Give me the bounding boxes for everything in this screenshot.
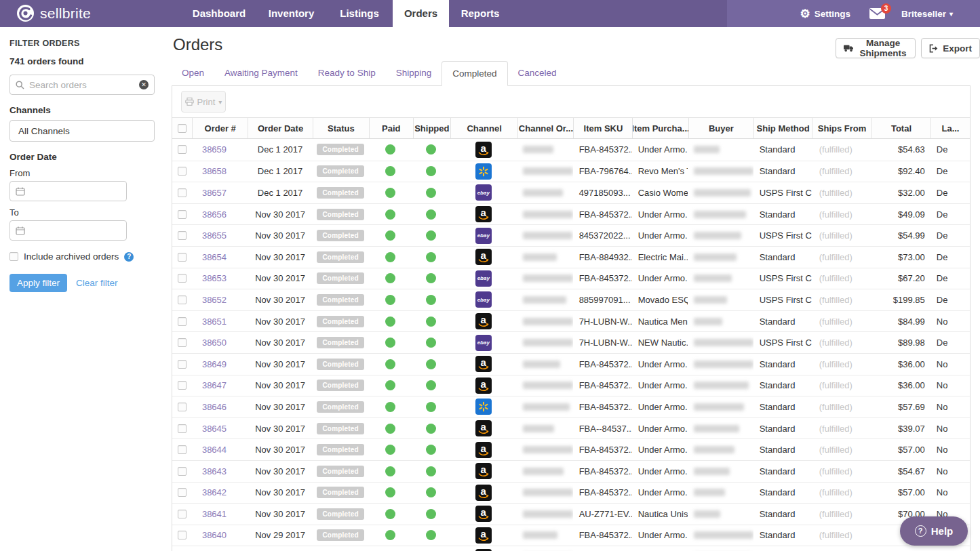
tab-shipping[interactable]: Shipping (386, 61, 442, 86)
nav-item-dashboard[interactable]: Dashboard (191, 0, 248, 27)
column-header[interactable]: Paid (369, 118, 413, 138)
order-number-link[interactable]: 38656 (202, 209, 227, 220)
table-row[interactable]: 38641Nov 30 2017CompletedaAU-Z771-EV...N… (172, 503, 970, 525)
help-button[interactable]: ? Help (900, 516, 968, 546)
order-number-link[interactable]: 38658 (202, 166, 227, 176)
help-question-icon[interactable]: ? (124, 252, 134, 262)
row-checkbox[interactable] (178, 210, 187, 219)
column-header[interactable]: Ships From (812, 118, 871, 138)
table-row[interactable]: 38659Dec 1 2017CompletedaFBA-845372...Un… (172, 139, 970, 161)
row-checkbox[interactable] (178, 167, 187, 176)
tab-open[interactable]: Open (172, 61, 214, 86)
row-checkbox[interactable] (178, 467, 187, 476)
row-checkbox[interactable] (178, 295, 187, 304)
order-number-link[interactable]: 38651 (202, 317, 227, 327)
table-row[interactable]: 38643Nov 30 2017CompletedaFBA-845372...U… (172, 460, 970, 482)
nav-item-inventory[interactable]: Inventory (265, 0, 317, 27)
search-input[interactable] (29, 80, 134, 90)
table-row[interactable]: 38645Nov 30 2017CompletedaFBA--84537...U… (172, 417, 970, 439)
order-number-link[interactable]: 38644 (202, 445, 227, 455)
column-header[interactable]: Buyer (688, 118, 754, 138)
print-button[interactable]: Print ▾ (181, 91, 226, 113)
table-row[interactable]: 38653Nov 30 2017CompletedebayFBA-845372.… (172, 268, 970, 289)
order-number-link[interactable]: 38654 (202, 252, 227, 262)
table-row[interactable]: 38658Dec 1 2017CompletedFBA-796764...Rev… (172, 161, 970, 182)
order-number-link[interactable]: 38659 (202, 144, 227, 155)
order-number-link[interactable]: 38649 (202, 359, 227, 369)
apply-filter-button[interactable]: Apply filter (9, 274, 67, 292)
tab-ready-to-ship[interactable]: Ready to Ship (308, 61, 386, 86)
tab-completed[interactable]: Completed (442, 61, 507, 86)
order-number-link[interactable]: 38647 (202, 380, 227, 390)
include-archived-checkbox[interactable] (9, 252, 18, 261)
table-row[interactable]: 38656Nov 30 2017CompletedaFBA-845372...U… (172, 203, 970, 225)
order-number-link[interactable]: 38657 (202, 188, 227, 198)
order-number-link[interactable]: 38640 (202, 530, 227, 540)
order-number-link[interactable]: 38646 (202, 402, 227, 412)
order-number-link[interactable]: 38652 (202, 295, 227, 305)
table-row[interactable]: 38650Nov 30 2017Completedebay7H-LUBN-W..… (172, 331, 970, 353)
order-number-link[interactable]: 38645 (202, 424, 227, 434)
channels-select[interactable]: All Channels (9, 120, 155, 142)
date-to-input[interactable] (9, 220, 127, 241)
row-checkbox[interactable] (178, 403, 187, 411)
column-header[interactable]: Channel (450, 118, 517, 138)
row-checkbox[interactable] (178, 188, 187, 197)
row-checkbox[interactable] (178, 231, 187, 240)
user-menu[interactable]: Briteseller ▾ (901, 9, 953, 19)
table-row[interactable]: 38651Nov 30 2017Completeda7H-LUBN-W...Na… (172, 310, 970, 332)
column-header[interactable]: Order # (192, 118, 248, 138)
table-row[interactable]: 38647Nov 30 2017CompletedaFBA-845372...U… (172, 375, 970, 396)
order-number-link[interactable]: 38653 (202, 273, 227, 283)
tab-awaiting-payment[interactable]: Awaiting Payment (214, 61, 308, 86)
table-row[interactable]: 38642Nov 30 2017CompletedaFBA-845372...U… (172, 482, 970, 504)
row-checkbox[interactable] (178, 510, 187, 518)
row-checkbox[interactable] (178, 274, 187, 283)
order-number-link[interactable]: 38643 (202, 466, 227, 476)
column-header[interactable]: Item SKU (573, 118, 632, 138)
nav-item-orders[interactable]: Orders (393, 0, 449, 27)
row-checkbox[interactable] (178, 360, 187, 369)
row-checkbox[interactable] (178, 317, 187, 326)
date-from-input[interactable] (9, 181, 127, 201)
select-all-checkbox[interactable] (178, 124, 187, 133)
table-row[interactable]: 38652Nov 30 2017Completedebay885997091..… (172, 289, 970, 310)
order-number-link[interactable]: 38655 (202, 230, 227, 241)
table-row[interactable]: 38654Nov 30 2017CompletedaFBA-884932...E… (172, 246, 970, 268)
table-row[interactable]: 38646Nov 30 2017CompletedFBA-845372...Un… (172, 396, 970, 417)
table-row[interactable]: 38649Nov 30 2017CompletedaFBA-845372...U… (172, 353, 970, 375)
row-checkbox[interactable] (178, 145, 187, 154)
column-header[interactable]: Ship Method (753, 118, 812, 138)
row-checkbox[interactable] (178, 424, 187, 433)
nav-item-listings[interactable]: Listings (340, 0, 379, 27)
sellbrite-logo[interactable]: sellbrite (16, 4, 91, 22)
row-checkbox[interactable] (178, 381, 187, 390)
row-checkbox[interactable] (178, 445, 187, 454)
clear-filter-link[interactable]: Clear filter (76, 278, 118, 288)
order-number-link[interactable]: 38650 (202, 338, 227, 348)
row-checkbox[interactable] (178, 253, 187, 262)
column-header[interactable]: Total (871, 118, 930, 138)
table-row[interactable]: 38657Dec 1 2017Completedebay497185093...… (172, 182, 970, 203)
column-header[interactable]: Status (313, 118, 369, 138)
column-header[interactable]: La... (930, 118, 970, 138)
manage-shipments-button[interactable]: Manage Shipments (836, 38, 916, 58)
table-row[interactable]: 38644Nov 30 2017CompletedaFBA-845372...U… (172, 438, 970, 460)
column-header[interactable]: Shipped (413, 118, 450, 138)
row-checkbox[interactable] (178, 338, 187, 347)
settings-button[interactable]: ⚙ Settings (800, 8, 850, 20)
clear-search-icon[interactable]: ✕ (139, 80, 149, 89)
nav-item-reports[interactable]: Reports (459, 0, 501, 27)
order-number-link[interactable]: 38641 (202, 509, 227, 519)
tab-canceled[interactable]: Canceled (508, 61, 567, 86)
column-header[interactable]: Order Date (248, 118, 313, 138)
column-header[interactable]: Channel Or... (517, 118, 573, 138)
column-header[interactable]: Item Purcha... (632, 118, 688, 138)
order-number-link[interactable]: 38642 (202, 487, 227, 497)
table-row[interactable]: 38640Nov 29 2017CompletedaFBA-845372...U… (172, 525, 970, 546)
table-row[interactable]: Completeda (172, 546, 970, 551)
table-row[interactable]: 38655Nov 30 2017Completedebay845372022..… (172, 224, 970, 246)
export-button[interactable]: Export (921, 38, 980, 58)
row-checkbox[interactable] (178, 488, 187, 497)
row-checkbox[interactable] (178, 531, 187, 539)
